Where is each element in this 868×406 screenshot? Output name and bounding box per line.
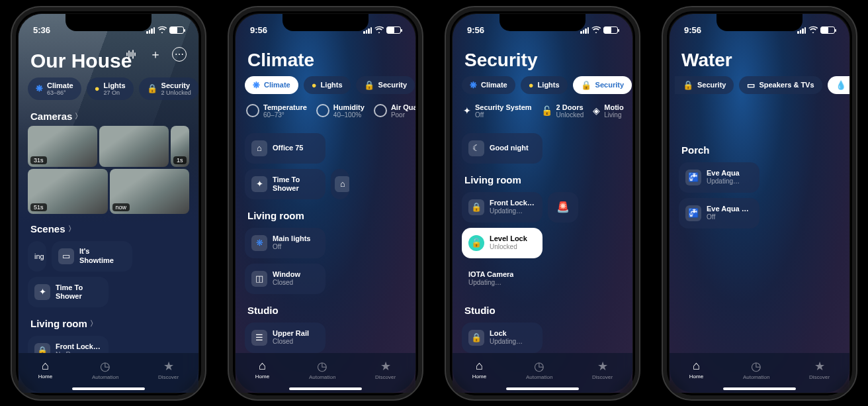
scene-tile[interactable]: ⌂ [331, 169, 349, 199]
tab-automation[interactable]: ◷Automation [92, 359, 118, 380]
accessory-tile[interactable]: 🔒LockUpdating… [462, 323, 542, 353]
tile-name: Lock [490, 329, 523, 338]
tile-status: Updating… [707, 178, 740, 185]
home-indicator[interactable] [289, 387, 362, 390]
stat-doors[interactable]: 🔓2 DoorsUnlocked [541, 103, 584, 119]
camera-tile[interactable] [99, 126, 169, 167]
camera-tile[interactable]: 51s [28, 169, 108, 214]
accessory-tile[interactable]: ☰Upper RailClosed [245, 323, 326, 353]
accessory-tile[interactable]: 🔒Front Lock…Updating… [462, 192, 542, 223]
chip-label: Speakers & TVs [759, 81, 814, 89]
gauge-icon [316, 104, 329, 117]
tab-home[interactable]: ⌂Home [472, 359, 486, 380]
section-living-room[interactable]: Living room [236, 206, 415, 225]
chip-security[interactable]: 🔒Security [573, 76, 632, 94]
stat-motion[interactable]: ◈MotioLiving [593, 103, 623, 119]
chip-security[interactable]: 🔒Security [356, 76, 415, 94]
scene-tile[interactable]: ☾Good night [462, 133, 542, 164]
battery-icon [820, 26, 835, 34]
scene-tile[interactable]: ✦Time To Shower [245, 169, 326, 199]
chip-climate[interactable]: ❋Climate [462, 76, 515, 94]
motion-icon: ◈ [593, 105, 600, 116]
fan-icon: ❋ [253, 80, 260, 90]
home-indicator[interactable] [723, 387, 796, 390]
tab-discover[interactable]: ★Discover [375, 359, 396, 380]
clock-icon: ◷ [534, 359, 544, 374]
section-cameras[interactable]: Cameras〉 [19, 107, 198, 126]
star-icon: ★ [814, 359, 825, 374]
accessory-tile[interactable]: 🔓Level LockUnlocked [462, 228, 542, 258]
chip-climate[interactable]: ❋ Climate 63–86° [28, 77, 81, 100]
status-time: 9:56 [250, 25, 267, 35]
section-living-room[interactable]: Living room [453, 170, 632, 189]
unlock-icon: 🔓 [468, 235, 484, 251]
chip-sub: 63–86° [47, 89, 73, 96]
chevron-right-icon: 〉 [68, 224, 75, 234]
tile-name: Window [273, 270, 300, 279]
section-living-room[interactable]: Living room〉 [19, 314, 198, 333]
section-scenes[interactable]: Scenes〉 [19, 219, 198, 238]
chip-label: Security [161, 81, 191, 89]
stat-security-system[interactable]: ✦Security SystemOff [463, 103, 532, 119]
star-icon: ★ [163, 359, 174, 374]
stat-temperature[interactable]: Temperature60–73° [246, 103, 307, 119]
accessory-tile[interactable]: ◫WindowClosed [245, 264, 326, 294]
tab-automation[interactable]: ◷Automation [309, 359, 335, 380]
tab-discover[interactable]: ★Discover [592, 359, 613, 380]
home-indicator[interactable] [72, 387, 145, 390]
accessory-tile[interactable]: 🚨 [548, 192, 578, 223]
chip-water[interactable]: 💧Water [828, 76, 849, 94]
phone-home: 5:36 ＋ ⋯ Our House ❋ Climate [11, 6, 206, 401]
chip-lights[interactable]: ●Lights [304, 76, 351, 94]
chevron-right-icon: 〉 [90, 319, 97, 329]
home-indicator[interactable] [506, 387, 579, 390]
accessory-tile[interactable]: IOTA CameraUpdating… [462, 264, 541, 294]
unlock-icon: 🔓 [541, 105, 552, 116]
chip-sub: 27 On [104, 89, 126, 96]
notch [65, 14, 152, 31]
status-time: 9:56 [684, 25, 701, 35]
chip-security[interactable]: 🔒 Security 2 Unlocked [139, 77, 198, 100]
camera-tile[interactable]: 31s [28, 126, 97, 167]
tab-automation[interactable]: ◷Automation [526, 359, 552, 380]
wifi-icon [591, 26, 601, 34]
stat-air-quality[interactable]: Air QualiPoor [374, 103, 415, 119]
section-studio[interactable]: Studio [453, 301, 632, 320]
clock-icon: ◷ [100, 359, 110, 374]
chip-security[interactable]: 🔒Security [675, 76, 734, 94]
camera-tile[interactable]: 1s [171, 126, 189, 167]
tab-automation[interactable]: ◷Automation [743, 359, 769, 380]
scene-tile[interactable]: ✦ Time To Shower [28, 277, 108, 307]
accessory-tile[interactable]: ❋Main lightsOff [245, 228, 326, 258]
fan-icon: ❋ [470, 80, 477, 90]
chip-climate[interactable]: ❋Climate [245, 76, 298, 94]
scene-name: Time To Shower [273, 176, 319, 191]
chip-speakers-tvs[interactable]: ▭Speakers & TVs [739, 76, 822, 94]
scene-tile[interactable]: ▭ It's Showtime [52, 241, 132, 272]
accessory-tile[interactable]: 🚰Eve Aqua S…Off [679, 198, 760, 228]
faucet-icon: 🚰 [685, 170, 701, 185]
section-porch[interactable]: Porch [670, 140, 849, 160]
chip-lights[interactable]: ● Lights 27 On [87, 77, 134, 100]
scene-name: Office 75 [273, 144, 303, 152]
accessory-tile[interactable]: 🚰Eve AquaUpdating… [679, 162, 760, 193]
accessory-tile[interactable]: 🔒 Front Lock… No Response [28, 336, 108, 353]
alarm-icon: ✦ [463, 105, 471, 116]
category-chips: ❋ Climate 63–86° ● Lights 27 On 🔒 [19, 77, 198, 107]
tab-home[interactable]: ⌂Home [38, 359, 52, 380]
sparkle-icon: ✦ [34, 284, 50, 300]
tab-discover[interactable]: ★Discover [809, 359, 830, 380]
battery-icon [603, 26, 618, 34]
camera-tile[interactable]: now [110, 169, 190, 214]
scene-tile[interactable]: ing [28, 241, 46, 272]
section-studio[interactable]: Studio [236, 301, 415, 320]
fan-icon: ❋ [251, 235, 267, 251]
tab-home[interactable]: ⌂Home [689, 359, 703, 380]
blinds-icon: ☰ [251, 330, 267, 346]
tab-discover[interactable]: ★Discover [158, 359, 179, 380]
stat-humidity[interactable]: Humidity40–100% [316, 103, 365, 119]
tab-home[interactable]: ⌂Home [255, 359, 269, 380]
chip-lights[interactable]: ●Lights [521, 76, 568, 94]
scene-tile[interactable]: ⌂Office 75 [245, 133, 326, 164]
page-title: Security [453, 39, 632, 76]
